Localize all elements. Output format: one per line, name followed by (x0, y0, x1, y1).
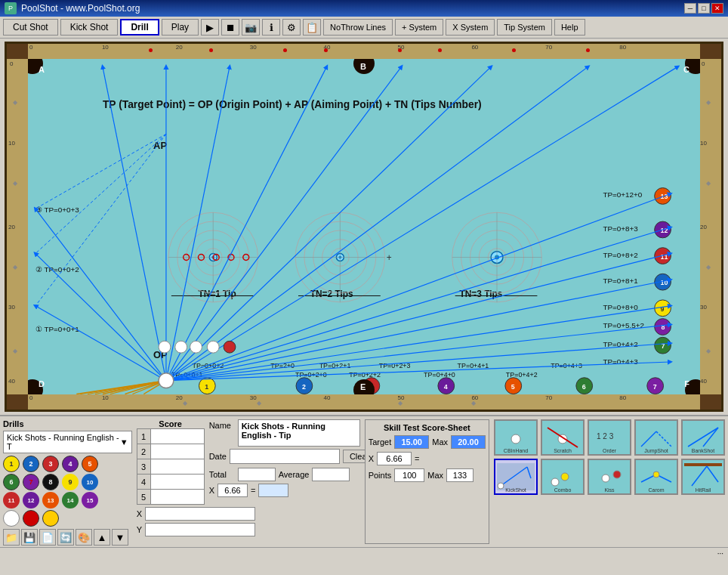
maximize-button[interactable]: □ (698, 3, 710, 14)
ball-red[interactable] (23, 510, 39, 527)
score-val-3[interactable] (150, 459, 204, 475)
thumb-kickshot[interactable]: KickShot (494, 459, 538, 495)
thumb-kiss[interactable]: Kiss (588, 459, 631, 495)
ball-15[interactable]: 15 (82, 492, 98, 509)
folder-icon[interactable]: 📁 (3, 529, 20, 546)
svg-point-129 (511, 434, 520, 444)
svg-line-96 (166, 66, 230, 380)
ball-3[interactable]: 3 (42, 456, 59, 472)
thumb-scratch[interactable]: Scratch (541, 419, 585, 456)
score-val-1[interactable] (150, 429, 204, 444)
thumb-carom[interactable]: Carom (634, 459, 678, 495)
kick-shot-button[interactable]: Kick Shot (60, 19, 119, 36)
score-table: 1 2 3 4 5 (137, 428, 205, 505)
svg-rect-156 (684, 463, 722, 466)
ball-13[interactable]: 13 (42, 492, 59, 509)
cut-shot-button[interactable]: Cut Shot (3, 19, 58, 36)
x-system-button[interactable]: X System (446, 19, 495, 36)
ball-8[interactable]: 8 (42, 474, 59, 490)
thumb-hitrail[interactable]: HitRail (681, 459, 725, 495)
points-max-label: Max (427, 471, 443, 480)
thumb-jumpshot[interactable]: JumpShot (634, 419, 678, 456)
max-input[interactable] (451, 435, 486, 449)
svg-point-146 (551, 478, 559, 486)
camera-icon-button[interactable]: 📷 (242, 19, 260, 36)
thumb-bankshot[interactable]: BankShot (681, 419, 725, 456)
score-val-4[interactable] (150, 475, 204, 490)
play-button[interactable]: Play (162, 19, 199, 36)
ball-11[interactable]: 11 (3, 492, 20, 509)
svg-line-105 (166, 280, 671, 381)
svg-text:TP=0+4+2: TP=0+4+2 (506, 371, 538, 379)
plus-system-button[interactable]: + System (395, 19, 443, 36)
score-section: Score 1 2 3 4 5 X (137, 419, 205, 544)
score-row-3: 3 (137, 459, 204, 475)
score-num-2: 2 (137, 444, 150, 459)
points-max-input[interactable] (446, 468, 474, 482)
stop-icon-button[interactable]: ⏹ (221, 19, 239, 36)
thumb-combo[interactable]: Combo (541, 459, 585, 495)
average-input[interactable] (312, 468, 350, 481)
table-diagram-svg: TP (Target Point) = OP (Origin Point) + … (28, 59, 700, 394)
score-row-5: 5 (137, 490, 204, 505)
play-icon-button[interactable]: ▶ (201, 19, 219, 36)
pocket-c-label: C (683, 65, 689, 74)
save-icon[interactable]: 💾 (21, 529, 38, 546)
settings-icon-button[interactable]: ⚙ (282, 19, 301, 36)
svg-text:TP=0+8+1: TP=0+8+1 (603, 277, 638, 285)
points-label: Points (369, 471, 392, 480)
max-label: Max (432, 437, 448, 447)
x-value-input[interactable] (217, 484, 248, 497)
svg-rect-155 (684, 463, 722, 490)
ball-12[interactable]: 12 (23, 492, 39, 509)
ball-2[interactable]: 2 (23, 456, 39, 472)
svg-text:TP=0+4+0: TP=0+4+0 (424, 371, 455, 379)
svg-rect-135 (637, 424, 675, 451)
nothrow-lines-button[interactable]: NoThrow Lines (323, 19, 393, 36)
info-icon-button[interactable]: ℹ (262, 19, 280, 36)
ball-10[interactable]: 10 (82, 474, 98, 490)
score-val-2[interactable] (150, 444, 204, 459)
date-input[interactable] (230, 449, 340, 464)
ball-yellow[interactable] (42, 510, 59, 527)
ball-9[interactable]: 9 (62, 474, 79, 490)
ball-white[interactable] (3, 510, 20, 527)
ball-6[interactable]: 6 (3, 474, 20, 490)
minimize-button[interactable]: ─ (684, 3, 696, 14)
ruler-left: 0 10 20 30 40 ◆ ◆ ◆ ◆ (7, 59, 28, 394)
clipboard-icon-button[interactable]: 📋 (303, 19, 321, 36)
ball-5[interactable]: 5 (82, 456, 98, 472)
drill-button[interactable]: Drill (120, 19, 159, 36)
ball-14[interactable]: 14 (62, 492, 79, 509)
ball-7[interactable]: 7 (23, 474, 39, 490)
thumb-cbinhand[interactable]: CBInHand (494, 419, 538, 456)
ball-1[interactable]: 1 (3, 456, 20, 472)
skill-x-input[interactable] (377, 452, 412, 465)
score-row-1: 1 (137, 429, 204, 444)
name-section: Name Kick Shots - RunningEnglish - Tip D… (209, 419, 360, 544)
color-icon[interactable]: 🎨 (76, 529, 92, 546)
score-val-5[interactable] (150, 490, 204, 505)
target-input[interactable] (394, 435, 429, 449)
help-button[interactable]: Help (554, 19, 585, 36)
ruler-top: 0 10 20 30 40 50 60 70 80 (28, 44, 700, 59)
pool-table-container: 0 10 20 30 40 50 60 70 80 0 10 20 30 40 (5, 42, 723, 412)
up-icon[interactable]: ▲ (94, 529, 110, 546)
ball-4[interactable]: 4 (62, 456, 79, 472)
total-row: Total Average (209, 468, 360, 481)
copy-icon[interactable]: 📄 (39, 529, 56, 546)
title-bar: P PoolShot - www.PoolShot.org ─ □ ✕ (0, 0, 728, 17)
app-icon: P (5, 2, 17, 14)
total-input[interactable] (238, 468, 276, 481)
result-input[interactable] (258, 484, 288, 497)
skill-test-title: Skill Test Score-Sheet (369, 423, 486, 432)
close-button[interactable]: ✕ (711, 3, 723, 14)
points-input[interactable] (394, 468, 424, 482)
x-label-bottom: X (209, 486, 214, 495)
drills-dropdown[interactable]: Kick Shots - Running English - T ▼ (3, 431, 132, 453)
down-icon[interactable]: ▼ (112, 529, 128, 546)
refresh-icon[interactable]: 🔄 (57, 529, 74, 546)
thumb-order[interactable]: 1 2 3 Order (588, 419, 631, 456)
tip-system-button[interactable]: Tip System (497, 19, 552, 36)
svg-point-123 (175, 341, 187, 353)
